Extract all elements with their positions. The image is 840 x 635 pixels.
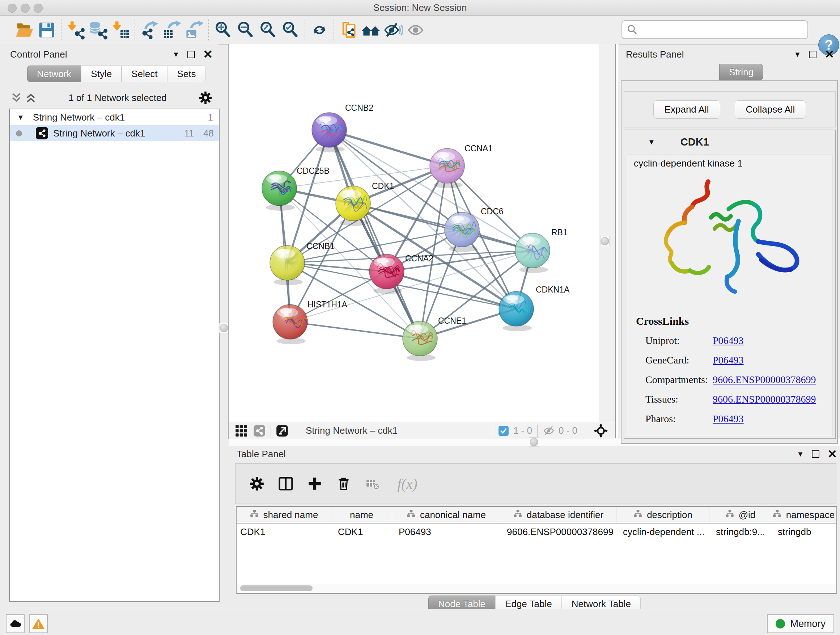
import-network-file-icon[interactable] [65, 19, 87, 41]
close-panel-icon[interactable]: ✕ [824, 51, 834, 58]
network-canvas[interactable]: CCNB2CCNA1CDC25BCDK1CDC6RB1CCNB1CCNA2CDK… [229, 44, 615, 422]
collapse-all-icon[interactable] [9, 87, 24, 108]
memory-button[interactable]: Memory [767, 614, 834, 633]
network-node-CCNB1[interactable] [270, 245, 305, 285]
gear-icon[interactable] [197, 87, 214, 108]
table-cell[interactable]: CDK1 [332, 524, 392, 540]
zoom-out-icon[interactable] [234, 19, 257, 41]
column-header-description[interactable]: description [616, 507, 709, 523]
network-node-CDKN1A[interactable] [499, 291, 534, 331]
toolbar-separator [61, 19, 62, 41]
zoom-window-button[interactable] [34, 4, 43, 13]
column-header--id[interactable]: @id [709, 507, 771, 523]
network-share-icon[interactable] [253, 424, 265, 437]
tree-expander-icon[interactable]: ▼ [17, 113, 24, 122]
column-label: database identifier [527, 509, 603, 521]
crosslink-value-link[interactable]: 9606.ENSP00000378699 [713, 394, 816, 405]
network-node-RB1[interactable] [515, 233, 550, 273]
close-panel-icon[interactable]: ✕ [827, 450, 837, 458]
tab-string[interactable]: String [719, 64, 763, 80]
hide-selected-icon[interactable] [382, 19, 404, 41]
add-column-icon[interactable] [304, 473, 325, 494]
table-cell[interactable]: cyclin-dependent ... [616, 524, 709, 540]
grid-view-icon[interactable] [235, 424, 248, 437]
new-network-from-selection-icon[interactable] [337, 19, 360, 41]
network-edge-HIST1H1A-CCNE1[interactable] [290, 322, 420, 339]
column-header-canonical-name[interactable]: canonical name [392, 507, 500, 523]
close-panel-icon[interactable]: ✕ [203, 51, 213, 58]
float-panel-icon[interactable] [187, 51, 195, 58]
export-image-icon[interactable] [183, 19, 205, 41]
panel-menu-icon[interactable]: ▼ [797, 450, 804, 458]
column-header-database-identifier[interactable]: database identifier [500, 507, 616, 523]
crosslinks-list: Uniprot:P06493GeneCard:P06493Compartment… [645, 331, 826, 429]
network-row[interactable]: String Network – cdk1 11 48 [10, 125, 219, 141]
export-network-icon[interactable] [138, 19, 161, 41]
network-node-CCNE1[interactable] [403, 321, 437, 361]
network-node-CDC25B[interactable] [262, 171, 297, 211]
save-session-icon[interactable] [35, 19, 58, 41]
column-header-shared-name[interactable]: shared name [237, 507, 332, 523]
crosslink-value-link[interactable]: P06493 [713, 413, 744, 424]
zoom-fit-icon[interactable] [257, 19, 279, 41]
table-cell[interactable]: 9606.ENSP00000378699 [500, 524, 616, 540]
expand-all-button[interactable]: Expand All [653, 100, 720, 119]
crosslink-value-link[interactable]: 9606.ENSP00000378699 [713, 374, 816, 386]
scrollbar-thumb[interactable] [240, 585, 313, 591]
gene-section-header[interactable]: ▼ CDK1 [624, 130, 835, 154]
column-header-namespace[interactable]: namespace [771, 507, 836, 523]
tab-network[interactable]: Network [27, 65, 81, 82]
zoom-in-icon[interactable] [212, 19, 234, 41]
crosslinks-title: CrossLinks [636, 315, 689, 327]
cloud-icon[interactable] [6, 614, 25, 633]
table-cell[interactable]: P06493 [392, 524, 500, 540]
crosshair-icon[interactable] [594, 424, 608, 438]
table-settings-gear-icon[interactable] [246, 473, 267, 494]
column-header-name[interactable]: name [332, 507, 392, 523]
collapse-all-button[interactable]: Collapse All [735, 100, 806, 119]
houses-icon[interactable] [360, 19, 382, 41]
network-node-CCNB2[interactable] [312, 112, 347, 152]
left-splitter-handle[interactable] [219, 323, 229, 333]
network-edge-CCNB2-CCNA1[interactable] [329, 130, 447, 166]
delete-column-trash-icon[interactable] [333, 473, 354, 494]
tab-style[interactable]: Style [81, 65, 122, 82]
network-node-HIST1H1A[interactable] [273, 304, 308, 344]
network-collection-row[interactable]: ▼ String Network – cdk1 1 [10, 109, 219, 125]
warning-icon[interactable] [29, 614, 48, 633]
float-panel-icon[interactable] [812, 450, 819, 458]
table-row[interactable]: CDK1CDK1P064939606.ENSP00000378699cyclin… [237, 524, 836, 540]
show-columns-icon[interactable] [275, 473, 296, 494]
apply-layout-icon[interactable] [308, 19, 331, 41]
network-edge-CDK1-RB1[interactable] [353, 203, 532, 250]
selected-checkbox-icon[interactable] [498, 425, 509, 436]
tab-sets[interactable]: Sets [167, 65, 205, 82]
export-table-icon[interactable] [161, 19, 183, 41]
expand-all-icon[interactable] [24, 87, 38, 108]
import-table-icon[interactable] [109, 19, 132, 41]
detach-view-icon[interactable] [276, 424, 288, 437]
column-label: description [647, 509, 692, 521]
crosslink-value-link[interactable]: P06493 [713, 355, 744, 366]
tab-select[interactable]: Select [122, 65, 167, 82]
network-node-CCNA1[interactable] [430, 149, 464, 188]
crosslink-value-link[interactable]: P06493 [713, 335, 744, 347]
float-panel-icon[interactable] [809, 51, 816, 58]
search-box[interactable] [622, 20, 808, 39]
table-cell[interactable]: stringdb:9... [709, 524, 771, 540]
import-network-database-icon[interactable] [87, 19, 109, 41]
panel-menu-icon[interactable]: ▼ [794, 50, 801, 59]
zoom-selected-icon[interactable] [279, 19, 302, 41]
table-cell[interactable]: stringdb [771, 524, 836, 540]
table-cell[interactable]: CDK1 [237, 524, 332, 540]
network-node-CCNA2[interactable] [369, 254, 404, 294]
open-file-icon[interactable] [13, 19, 35, 41]
section-expander-icon[interactable]: ▼ [648, 138, 655, 146]
crosslink-label: Pharos: [645, 413, 713, 424]
panel-menu-icon[interactable]: ▼ [172, 50, 180, 59]
table-horizontal-scrollbar[interactable] [237, 584, 836, 592]
search-input[interactable] [638, 22, 807, 37]
right-splitter-handle[interactable] [600, 236, 609, 246]
close-window-button[interactable] [8, 4, 17, 13]
minimize-window-button[interactable] [21, 4, 30, 13]
